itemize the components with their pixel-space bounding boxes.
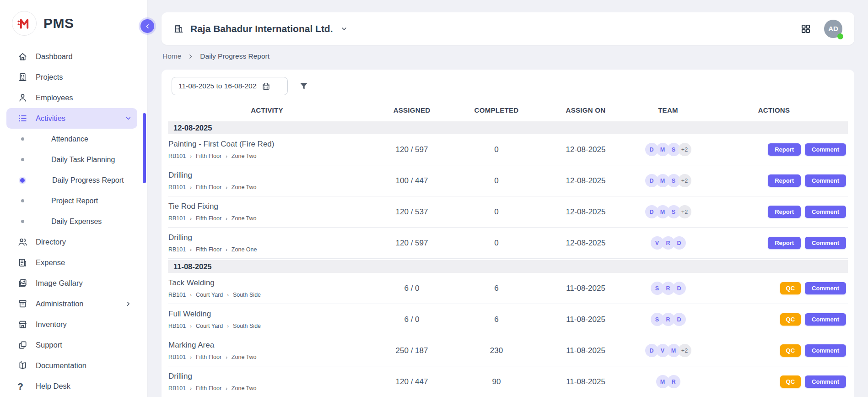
sidebar-item-expense[interactable]: Expense [0,252,147,273]
path-segment: Zone Two [232,215,257,222]
path-segment: RB101 [168,246,186,253]
team-avatars: VRD [636,236,700,250]
date-range-input[interactable] [178,82,258,91]
activity-location-path: RB101›Fifth Floor›Zone Two [168,153,366,159]
sidebar-item-inventory[interactable]: Inventory [0,314,147,335]
report-button[interactable]: Report [768,143,801,156]
activity-location-path: RB101›Court Yard›South Side [168,292,366,298]
copy-icon [17,340,28,351]
comment-button[interactable]: Comment [805,344,846,357]
path-segment: RB101 [168,354,186,360]
assigned-value: 250 / 187 [366,346,458,355]
comment-button[interactable]: Comment [805,143,846,156]
activity-name: Full Welding [168,310,366,319]
chevron-right-icon: › [190,354,192,360]
report-button[interactable]: Report [768,206,801,218]
path-segment: RB101 [168,292,186,298]
assigned-value: 6 / 0 [366,284,458,293]
qc-button[interactable]: QC [780,282,801,294]
sidebar-subitem-daily-progress-report[interactable]: Daily Progress Report [0,170,147,190]
qc-button[interactable]: QC [780,375,801,388]
activity-name: Drilling [168,372,366,381]
sidebar-subitem-label: Daily Task Planning [51,156,115,164]
team-extra-badge: +2 [678,174,691,187]
path-segment: RB101 [168,184,186,190]
sidebar-item-directory[interactable]: Directory [0,232,147,252]
user-avatar[interactable]: AD [824,20,842,38]
date-group-header: 12-08-2025 [168,121,848,134]
qc-button[interactable]: QC [780,313,801,326]
sidebar-item-dashboard[interactable]: Dashboard [0,46,147,67]
sidebar-item-label: Expense [36,258,65,267]
sidebar-item-documentation[interactable]: Documentation [0,355,147,376]
activity-name: Tack Welding [168,278,366,288]
path-segment: Zone Two [232,153,257,159]
sidebar-item-label: Inventory [36,320,67,329]
sidebar-item-employees[interactable]: Employees [0,87,147,108]
comment-button[interactable]: Comment [805,174,846,187]
path-segment: Fifth Floor [196,215,221,222]
sidebar-scrollbar-thumb[interactable] [143,113,146,183]
assign-on-date: 11-08-2025 [535,346,636,355]
path-segment: Zone One [232,246,257,253]
assigned-value: 120 / 537 [366,207,458,217]
comment-button[interactable]: Comment [805,206,846,218]
path-segment: Zone Two [232,184,257,190]
breadcrumb-home[interactable]: Home [162,52,181,60]
column-header-assign-on: ASSIGN ON [535,106,636,114]
sidebar-subitem-daily-task-planning[interactable]: Daily Task Planning [0,149,147,170]
sidebar-item-image-gallary[interactable]: Image Gallary [0,273,147,294]
chevron-down-icon [340,25,348,33]
sidebar-subitem-label: Project Report [51,197,98,205]
assign-on-date: 11-08-2025 [535,284,636,293]
activity-cell: Tack Welding RB101›Court Yard›South Side [168,278,366,298]
sidebar-subitem-label: Daily Progress Report [52,176,124,185]
bullet-icon [21,158,24,161]
sidebar-collapse-button[interactable] [140,19,154,33]
sidebar-item-activities[interactable]: Activities [6,108,137,129]
calendar-icon [262,82,270,91]
team-extra-badge: +2 [678,205,691,218]
comment-button[interactable]: Comment [805,282,846,294]
sidebar-item-help-desk[interactable]: ? Help Desk [0,376,147,397]
path-segment: RB101 [168,385,186,392]
chevron-right-icon: › [190,185,192,190]
completed-value: 6 [458,315,535,324]
date-range-field[interactable] [172,77,288,95]
apps-grid-icon[interactable] [800,23,811,34]
sidebar-subitem-project-report[interactable]: Project Report [0,190,147,211]
bullet-icon [20,178,25,183]
assigned-value: 120 / 597 [366,145,458,154]
report-button[interactable]: Report [768,174,801,187]
sidebar-item-support[interactable]: Support [0,335,147,355]
activity-cell: Drilling RB101›Fifth Floor›Zone Two [168,171,366,190]
team-avatar: D [673,282,686,295]
comment-button[interactable]: Comment [805,313,846,326]
qc-button[interactable]: QC [780,344,801,357]
team-avatars: SRD [636,282,700,295]
building-icon [17,72,28,83]
row-actions: QCComment [700,375,848,388]
comment-button[interactable]: Comment [805,237,846,249]
row-actions: QCComment [700,313,848,326]
sidebar-item-administration[interactable]: Administration [0,294,147,314]
sidebar-subitem-attendance[interactable]: Attendance [0,129,147,149]
report-button[interactable]: Report [768,237,801,249]
company-selector[interactable]: Raja Bahadur International Ltd. [173,23,348,34]
sidebar-item-projects[interactable]: Projects [0,67,147,87]
team-avatars: MR [636,375,700,388]
list-icon [17,113,28,124]
comment-button[interactable]: Comment [805,375,846,388]
chevron-right-icon: › [226,216,227,221]
building-icon [173,23,184,34]
sidebar-subitem-daily-expenses[interactable]: Daily Expenses [0,211,147,232]
path-segment: RB101 [168,323,186,329]
activity-cell: Marking Area RB101›Fifth Floor›Zone Two [168,341,366,360]
table-row: Drilling RB101›Fifth Floor›Zone One 120 … [168,228,848,259]
assign-on-date: 11-08-2025 [535,377,636,386]
chevron-left-icon [144,23,151,30]
filter-funnel-icon[interactable] [299,81,309,91]
row-actions: ReportComment [700,143,848,156]
sidebar-item-label: Activities [36,114,65,123]
sidebar-item-label: Help Desk [36,382,70,391]
